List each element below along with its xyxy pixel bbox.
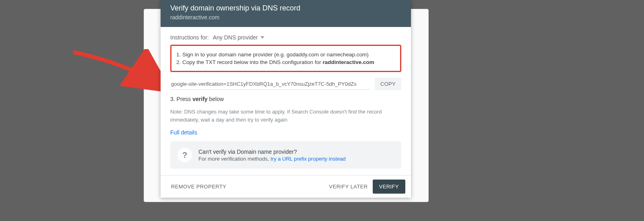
- url-prefix-link[interactable]: try a URL prefix property instead: [270, 156, 346, 162]
- verify-ownership-dialog: Verify domain ownership via DNS record r…: [161, 0, 411, 198]
- help-icon: ?: [178, 148, 192, 162]
- dialog-body: Instructions for: Any DNS provider 1. Si…: [161, 27, 411, 175]
- txt-record-field[interactable]: [170, 78, 370, 90]
- instruction-highlight-box: 1. Sign in to your domain name provider …: [170, 45, 401, 72]
- chevron-down-icon: [260, 36, 264, 39]
- alt-verification-sub: For more verification methods, try a URL…: [198, 156, 346, 162]
- alt-verification-title: Can't verify via Domain name provider?: [198, 149, 346, 155]
- verify-button[interactable]: VERIFY: [373, 180, 405, 194]
- dialog-title: Verify domain ownership via DNS record: [170, 4, 401, 12]
- dns-provider-select[interactable]: Any DNS provider: [213, 34, 264, 41]
- instruction-step-1: 1. Sign in to your domain name provider …: [176, 52, 395, 58]
- txt-record-row: COPY: [170, 78, 401, 90]
- dialog-header: Verify domain ownership via DNS record r…: [161, 0, 411, 27]
- full-details-link[interactable]: Full details: [170, 129, 197, 136]
- instructions-label: Instructions for:: [170, 34, 209, 41]
- dns-provider-value: Any DNS provider: [213, 34, 258, 41]
- remove-property-button[interactable]: REMOVE PROPERTY: [166, 180, 231, 194]
- instruction-step-2: 2. Copy the TXT record below into the DN…: [176, 59, 395, 65]
- verify-later-button[interactable]: VERIFY LATER: [324, 180, 373, 194]
- instruction-step-3: 3. Press verify below: [170, 96, 401, 102]
- dns-note: Note: DNS changes may take some time to …: [170, 108, 388, 124]
- copy-button[interactable]: COPY: [375, 78, 401, 90]
- dialog-actions: REMOVE PROPERTY VERIFY LATER VERIFY: [161, 175, 411, 198]
- alt-verification-panel: ? Can't verify via Domain name provider?…: [170, 141, 401, 169]
- dialog-domain: raddinteractive.com: [170, 14, 401, 21]
- instructions-row: Instructions for: Any DNS provider: [170, 34, 401, 41]
